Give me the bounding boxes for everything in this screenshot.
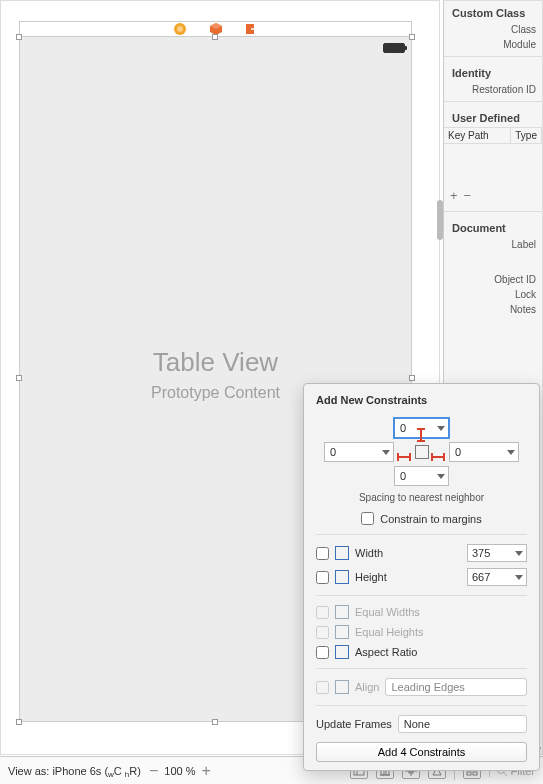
align-icon (335, 680, 349, 694)
width-icon (335, 546, 349, 560)
update-frames-label: Update Frames (316, 718, 392, 730)
svg-line-16 (504, 773, 507, 776)
constraints-popover: Add New Constraints 0 0 0 0 Spacing to n… (303, 383, 540, 771)
section-document: Document (444, 216, 542, 237)
exit-icon[interactable] (245, 22, 259, 36)
svg-rect-13 (467, 772, 471, 775)
height-label: Height (355, 571, 387, 583)
selection-handle[interactable] (409, 375, 415, 381)
zoom-level: 100 % (164, 765, 195, 777)
module-label: Module (503, 39, 536, 50)
equal-heights-icon (335, 625, 349, 639)
selection-handle[interactable] (16, 34, 22, 40)
equal-widths-icon (335, 605, 349, 619)
add-row-button[interactable]: + (450, 188, 458, 203)
constrain-margins-label: Constrain to margins (380, 513, 482, 525)
equal-heights-label: Equal Heights (355, 626, 424, 638)
equal-heights-checkbox (316, 626, 329, 639)
align-checkbox (316, 681, 329, 694)
align-label: Align (355, 681, 379, 693)
aspect-ratio-label: Aspect Ratio (355, 646, 417, 658)
spacing-center-box (415, 445, 429, 459)
width-label: Width (355, 547, 383, 559)
zoom-in-button[interactable]: + (201, 762, 210, 780)
selection-handle[interactable] (212, 719, 218, 725)
lock-label: Lock (515, 289, 536, 300)
width-input[interactable]: 375 (467, 544, 527, 562)
restoration-label: Restoration ID (472, 84, 536, 95)
objectid-label: Object ID (494, 274, 536, 285)
coin-icon[interactable] (173, 22, 187, 36)
align-select: Leading Edges (385, 678, 527, 696)
section-custom-class: Custom Class (444, 1, 542, 22)
class-label: Class (511, 24, 536, 35)
spacing-bottom-input[interactable]: 0 (394, 466, 449, 486)
svg-rect-14 (473, 772, 477, 775)
aspect-ratio-checkbox[interactable] (316, 646, 329, 659)
equal-widths-label: Equal Widths (355, 606, 420, 618)
height-checkbox[interactable] (316, 571, 329, 584)
selection-handle[interactable] (409, 34, 415, 40)
selection-handle[interactable] (16, 375, 22, 381)
doc-label-label: Label (512, 239, 536, 250)
section-user-defined: User Defined (444, 106, 542, 127)
selection-handle[interactable] (212, 34, 218, 40)
user-defined-table-header: Key Path Type (444, 127, 542, 144)
equal-widths-checkbox (316, 606, 329, 619)
section-identity: Identity (444, 61, 542, 82)
strut-top[interactable] (420, 428, 422, 442)
update-frames-select[interactable]: None (398, 715, 527, 733)
strut-right[interactable] (431, 456, 445, 458)
zoom-out-button[interactable]: − (149, 762, 158, 780)
spacing-hint: Spacing to nearest neighbor (316, 492, 527, 503)
height-icon (335, 570, 349, 584)
selection-handle[interactable] (16, 719, 22, 725)
constrain-margins-checkbox[interactable] (361, 512, 374, 525)
remove-row-button[interactable]: − (464, 188, 472, 203)
width-checkbox[interactable] (316, 547, 329, 560)
strut-left[interactable] (397, 456, 411, 458)
col-type[interactable]: Type (511, 128, 542, 143)
aspect-ratio-icon (335, 645, 349, 659)
notes-label: Notes (510, 304, 536, 315)
svg-point-1 (177, 26, 183, 32)
col-keypath[interactable]: Key Path (444, 128, 511, 143)
tableview-title: Table View (20, 347, 411, 378)
status-bar (383, 43, 405, 53)
add-constraints-button[interactable]: Add 4 Constraints (316, 742, 527, 762)
spacing-left-input[interactable]: 0 (324, 442, 394, 462)
view-as-label[interactable]: View as: iPhone 6s (wC hR) (8, 765, 141, 777)
spacing-right-input[interactable]: 0 (449, 442, 519, 462)
height-input[interactable]: 667 (467, 568, 527, 586)
battery-icon (383, 43, 405, 53)
popover-title: Add New Constraints (316, 394, 527, 406)
